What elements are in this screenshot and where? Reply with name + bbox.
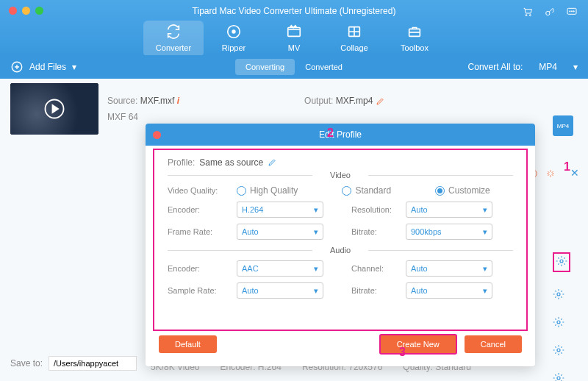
convert-all-dropdown[interactable]: Convert All to: MP4 ▾ — [468, 62, 578, 72]
nav-mv[interactable]: MV — [264, 21, 324, 57]
maximize-icon[interactable] — [35, 7, 43, 15]
gear-icon[interactable] — [553, 252, 570, 272]
sub-toolbar: Add Files ▾ Converting Converted Convert… — [0, 55, 588, 79]
minimize-icon[interactable] — [22, 7, 30, 15]
toolbox-icon — [406, 24, 423, 40]
top-right-icons — [522, 6, 578, 18]
video-encoder-label: Encoder: — [168, 205, 237, 214]
chevron-down-icon: ▾ — [573, 62, 578, 72]
window-controls — [9, 7, 43, 15]
audio-bitrate-dropdown[interactable]: Auto — [406, 282, 492, 299]
resolution-label: Resolution: — [351, 205, 406, 214]
save-to-bar: Save to: — [10, 356, 137, 371]
nav-collage[interactable]: Collage — [324, 21, 384, 57]
modal-title: Edit Profile — [319, 129, 362, 140]
side-gear-column — [553, 255, 570, 381]
cart-icon[interactable] — [522, 6, 534, 18]
audio-section-header: Audio — [168, 246, 513, 254]
title-bar: Tipard Mac Video Converter Ultimate (Unr… — [0, 0, 588, 55]
annotation-1: 1 — [564, 160, 570, 174]
video-thumbnail[interactable] — [10, 83, 98, 135]
mv-icon — [286, 24, 302, 40]
tab-converting[interactable]: Converting — [235, 59, 295, 75]
play-icon — [43, 98, 65, 120]
svg-point-18 — [557, 349, 560, 352]
annotation-2: 2 — [327, 127, 334, 140]
svg-point-0 — [526, 15, 527, 16]
settings-icon[interactable] — [545, 168, 556, 179]
default-button[interactable]: Default — [159, 335, 217, 353]
samplerate-dropdown[interactable]: Auto — [237, 282, 323, 299]
converter-icon — [165, 24, 182, 40]
nav-label: Ripper — [204, 43, 264, 52]
add-files-button[interactable]: Add Files ▾ — [10, 60, 76, 74]
profile-row: Profile: Same as source — [168, 157, 513, 168]
save-to-label: Save to: — [10, 358, 43, 368]
nav-label: Collage — [324, 43, 384, 52]
quality-customize-radio[interactable]: Customize — [435, 185, 490, 196]
nav-label: Converter — [143, 43, 204, 52]
svg-point-5 — [571, 11, 572, 12]
audio-encoder-dropdown[interactable]: AAC — [237, 260, 323, 277]
nav-toolbox[interactable]: Toolbox — [384, 21, 445, 57]
video-section-header: Video — [168, 171, 513, 179]
gear-icon[interactable] — [553, 316, 564, 328]
audio-encoder-label: Encoder: — [168, 264, 237, 273]
svg-point-1 — [529, 15, 531, 16]
gear-icon[interactable] — [553, 288, 564, 300]
svg-point-2 — [546, 11, 550, 15]
edit-icon[interactable] — [268, 158, 276, 167]
video-encoder-dropdown[interactable]: H.264 — [237, 202, 323, 218]
tab-converted[interactable]: Converted — [295, 59, 353, 75]
conversion-tabs: Converting Converted — [235, 59, 353, 75]
channel-dropdown[interactable]: Auto — [406, 260, 492, 277]
gear-icon[interactable] — [553, 372, 564, 381]
channel-label: Channel: — [351, 264, 406, 273]
file-info: Source: MXF.mxf i Output: MXF.mp4 MXF 64 — [107, 96, 578, 122]
plus-icon — [10, 60, 24, 74]
quality-standard-radio[interactable]: Standard — [342, 185, 391, 196]
audio-bitrate-label: Bitrate: — [351, 286, 406, 295]
svg-point-16 — [557, 293, 560, 296]
annotation-3: 3 — [399, 346, 406, 359]
format-badge[interactable]: MP4 — [553, 115, 573, 136]
key-icon[interactable] — [544, 6, 556, 18]
gear-icon[interactable] — [553, 344, 564, 356]
chevron-down-icon: ▾ — [72, 62, 76, 72]
quality-high-radio[interactable]: High Quality — [237, 185, 298, 196]
modal-body: Profile: Same as source Video Video Qual… — [153, 149, 528, 331]
track-info: MXF 64 — [107, 112, 578, 122]
modal-footer: Default Create New Cancel — [146, 334, 535, 355]
svg-point-8 — [232, 30, 235, 33]
svg-point-4 — [570, 11, 570, 12]
collage-icon — [346, 24, 362, 40]
svg-point-15 — [560, 260, 563, 263]
info-icon[interactable]: i — [177, 96, 179, 106]
video-bitrate-dropdown[interactable]: 900kbps — [406, 224, 492, 240]
svg-point-17 — [557, 321, 560, 324]
convert-all-value: MP4 — [539, 62, 557, 72]
close-icon[interactable] — [9, 7, 17, 15]
nav-ripper[interactable]: Ripper — [204, 21, 264, 57]
nav-label: Toolbox — [384, 43, 445, 52]
modal-header: Edit Profile — [146, 124, 535, 146]
feedback-icon[interactable] — [566, 6, 578, 18]
framerate-dropdown[interactable]: Auto — [237, 224, 323, 240]
svg-rect-9 — [288, 28, 301, 37]
nav-label: MV — [264, 43, 324, 52]
edit-icon[interactable] — [376, 97, 384, 106]
save-path-input[interactable] — [49, 356, 137, 371]
resolution-dropdown[interactable]: Auto — [406, 202, 492, 218]
ripper-icon — [226, 24, 242, 40]
samplerate-label: Sample Rate: — [168, 286, 237, 295]
window-title: Tipard Mac Video Converter Ultimate (Unr… — [0, 0, 588, 16]
close-icon[interactable]: ✕ — [570, 167, 579, 179]
edit-profile-modal: Edit Profile Profile: Same as source Vid… — [146, 124, 535, 366]
quality-label: Video Quality: — [168, 186, 237, 195]
create-new-button[interactable]: Create New — [379, 334, 457, 355]
video-bitrate-label: Bitrate: — [351, 227, 406, 236]
nav-converter[interactable]: Converter — [143, 21, 204, 57]
close-icon[interactable] — [153, 131, 161, 139]
add-files-label: Add Files — [29, 62, 66, 72]
cancel-button[interactable]: Cancel — [465, 335, 522, 353]
